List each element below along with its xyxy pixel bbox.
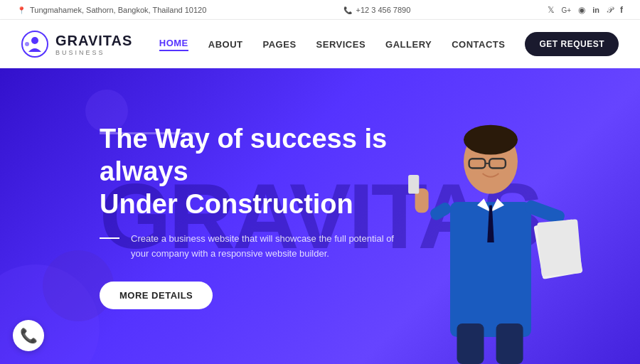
nav-pages[interactable]: PAGES: [263, 39, 297, 50]
get-request-button[interactable]: GET REQUEST: [525, 32, 619, 56]
svg-rect-19: [496, 323, 523, 364]
hero-description: Create a business website that will show…: [131, 232, 398, 262]
googleplus-icon[interactable]: [562, 5, 572, 15]
svg-point-5: [464, 125, 518, 155]
svg-point-2: [25, 42, 29, 46]
man-svg: [384, 94, 597, 364]
nav-about[interactable]: ABOUT: [208, 39, 243, 50]
hero-section: GRAVITAS The Way of success is always Un…: [0, 68, 640, 364]
svg-rect-12: [428, 200, 453, 222]
address-text: Tungmahamek, Sathorn, Bangkok, Thailand …: [30, 6, 206, 14]
svg-rect-14: [408, 175, 419, 194]
logo-subtitle: BUSINESS: [55, 49, 132, 56]
social-icons-area: [548, 5, 623, 15]
more-details-button[interactable]: MORE DETAILS: [100, 282, 213, 309]
phone-area: +12 3 456 7890: [343, 6, 411, 14]
location-icon: [17, 6, 26, 14]
main-nav: HOME ABOUT PAGES SERVICES GALLERY CONTAC…: [159, 32, 619, 56]
nav-gallery[interactable]: GALLERY: [385, 39, 432, 50]
facebook-icon[interactable]: [620, 5, 623, 15]
linkedin-icon[interactable]: [592, 5, 599, 15]
nav-services[interactable]: SERVICES: [316, 39, 366, 50]
phone-text: +12 3 456 7890: [356, 6, 411, 14]
phone-icon: [343, 6, 352, 14]
svg-rect-17: [537, 219, 582, 277]
nav-contacts[interactable]: CONTACTS: [452, 39, 505, 50]
logo-icon: [21, 31, 48, 58]
svg-point-1: [31, 37, 38, 44]
top-bar: Tungmahamek, Sathorn, Bangkok, Thailand …: [0, 0, 640, 20]
phone-call-icon: 📞: [20, 327, 38, 344]
logo-text: GRAVITAS BUSINESS: [55, 33, 132, 56]
address-area: Tungmahamek, Sathorn, Bangkok, Thailand …: [17, 6, 206, 14]
hero-title-line2: Under Construction: [100, 189, 353, 219]
hero-title: The Way of success is always Under Const…: [100, 123, 398, 220]
hero-dash: [100, 237, 119, 239]
phone-float-button[interactable]: 📞: [13, 320, 44, 351]
hero-content: The Way of success is always Under Const…: [0, 123, 398, 309]
pinterest-icon[interactable]: [607, 5, 613, 15]
hero-title-line1: The Way of success is always: [100, 124, 387, 186]
nav-home[interactable]: HOME: [159, 38, 188, 51]
instagram-icon[interactable]: [578, 5, 585, 15]
hero-image: [384, 94, 597, 364]
hero-description-row: Create a business website that will show…: [100, 232, 398, 262]
twitter-icon[interactable]: [548, 5, 555, 15]
logo[interactable]: GRAVITAS BUSINESS: [21, 31, 132, 58]
header: GRAVITAS BUSINESS HOME ABOUT PAGES SERVI…: [0, 20, 640, 68]
logo-name: GRAVITAS: [55, 33, 132, 49]
svg-rect-18: [457, 323, 484, 364]
